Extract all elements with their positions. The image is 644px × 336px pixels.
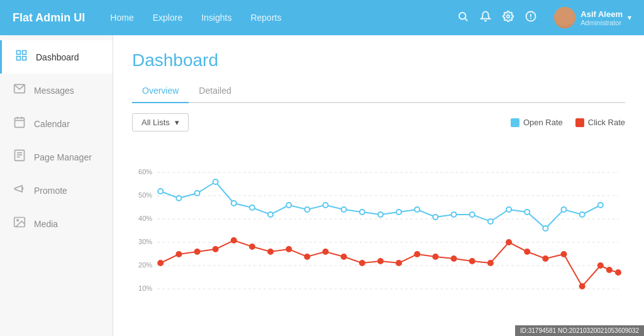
open-rate-label: Open Rate xyxy=(523,118,563,127)
svg-point-20 xyxy=(17,220,18,221)
tab-detailed[interactable]: Detailed xyxy=(189,81,241,103)
dropdown-label: All Lists xyxy=(142,118,170,127)
svg-rect-6 xyxy=(17,51,21,55)
open-rate-dot xyxy=(304,207,309,212)
sidebar-item-promote[interactable]: Promote xyxy=(0,174,113,207)
click-rate-dot xyxy=(378,259,383,264)
click-rate-dot xyxy=(268,249,273,254)
page-title: Dashboard xyxy=(132,50,625,70)
click-rate-label: Click Rate xyxy=(588,118,625,127)
nav-explore[interactable]: Explore xyxy=(153,13,182,23)
dropdown-arrow-icon: ▾ xyxy=(175,118,179,127)
search-icon[interactable] xyxy=(457,11,469,25)
open-rate-dot xyxy=(195,191,200,196)
svg-text:40%: 40% xyxy=(138,215,152,222)
click-rate-dot xyxy=(396,260,401,266)
click-rate-dot xyxy=(231,238,236,243)
svg-point-2 xyxy=(507,14,510,18)
nav-insights[interactable]: Insights xyxy=(201,13,231,23)
open-rate-dot xyxy=(323,203,328,208)
nav-home[interactable]: Home xyxy=(110,13,133,23)
sidebar-label-media: Media xyxy=(34,219,58,229)
click-rate-dot xyxy=(525,249,530,254)
open-rate-dot xyxy=(378,212,383,217)
click-rate-dot xyxy=(341,254,347,259)
click-rate-dot xyxy=(304,254,309,259)
bell-icon[interactable] xyxy=(480,11,491,25)
click-rate-dot xyxy=(543,256,548,261)
svg-rect-8 xyxy=(17,57,21,60)
click-rate-dot xyxy=(323,249,328,254)
sidebar-item-page-manager[interactable]: Page Manager xyxy=(0,140,113,174)
sidebar-item-dashboard[interactable]: Dashboard xyxy=(0,40,113,74)
click-rate-dot xyxy=(575,118,584,127)
open-rate-dot xyxy=(158,189,163,194)
legend-click-rate: Click Rate xyxy=(575,118,625,127)
dashboard-icon xyxy=(14,49,28,65)
messages-icon xyxy=(13,82,26,98)
sidebar-label-messages: Messages xyxy=(34,86,74,96)
svg-text:60%: 60% xyxy=(138,168,152,176)
click-rate-dot xyxy=(250,244,255,249)
gear-icon[interactable] xyxy=(502,11,514,25)
svg-text:10%: 10% xyxy=(138,284,152,292)
open-rate-dot xyxy=(561,207,566,212)
tabs: Overview Detailed xyxy=(132,81,625,103)
open-rate-dot xyxy=(488,219,493,224)
user-area[interactable]: Asif Aleem Administrator ▾ xyxy=(554,7,631,28)
open-rate-dot xyxy=(341,207,347,212)
sidebar-item-calendar[interactable]: Calendar xyxy=(0,107,113,140)
click-rate-dot xyxy=(470,259,475,264)
click-rate-dot xyxy=(506,240,511,245)
sidebar-item-media[interactable]: Media xyxy=(0,207,113,240)
click-rate-dot xyxy=(580,284,585,289)
user-role: Administrator xyxy=(580,19,623,26)
open-rate-dot xyxy=(286,203,291,208)
open-rate-dot xyxy=(250,205,255,210)
open-rate-dot xyxy=(176,196,181,201)
watermark: ID:31794581 NO:20210320021053609032 xyxy=(515,325,644,336)
sidebar-label-page-manager: Page Manager xyxy=(34,152,92,162)
click-rate-dot xyxy=(158,260,163,266)
click-rate-dot xyxy=(286,247,291,252)
avatar xyxy=(554,7,575,28)
click-rate-dot xyxy=(195,249,200,254)
sidebar-label-calendar: Calendar xyxy=(34,119,70,129)
open-rate-dot xyxy=(433,215,438,220)
promote-icon xyxy=(13,182,26,198)
svg-text:20%: 20% xyxy=(138,261,152,269)
sidebar-label-dashboard: Dashboard xyxy=(36,52,79,62)
sidebar-label-promote: Promote xyxy=(34,186,67,196)
info-icon[interactable] xyxy=(525,11,536,25)
click-rate-dot xyxy=(360,260,365,266)
calendar-icon xyxy=(13,116,26,132)
open-rate-dot xyxy=(598,203,603,208)
click-rate-dot xyxy=(213,247,218,252)
sidebar-item-messages[interactable]: Messages xyxy=(0,74,113,107)
chart-svg: 60% 50% 40% 30% 20% 10% xyxy=(132,144,625,308)
click-rate-dot xyxy=(176,252,181,257)
main-layout: Dashboard Messages Calendar xyxy=(0,35,644,336)
click-rate-dot xyxy=(616,270,621,275)
page-manager-icon xyxy=(13,149,26,165)
open-rate-line xyxy=(160,182,601,228)
open-rate-dot xyxy=(213,179,218,184)
brand: Flat Admin UI xyxy=(13,11,85,25)
click-rate-dot xyxy=(452,256,457,261)
nav-reports[interactable]: Reports xyxy=(250,13,281,23)
tab-overview[interactable]: Overview xyxy=(132,81,189,103)
open-rate-dot xyxy=(452,212,457,217)
click-rate-dot xyxy=(414,252,419,257)
legend-open-rate: Open Rate xyxy=(511,118,563,127)
media-icon xyxy=(13,216,26,232)
open-rate-dot xyxy=(414,207,419,212)
chevron-down-icon: ▾ xyxy=(628,13,631,22)
click-rate-line xyxy=(160,240,618,286)
all-lists-dropdown[interactable]: All Lists ▾ xyxy=(132,113,189,132)
open-rate-dot xyxy=(543,226,548,231)
svg-text:30%: 30% xyxy=(138,238,152,245)
open-rate-dot xyxy=(506,207,511,212)
open-rate-dot xyxy=(511,118,519,127)
svg-rect-11 xyxy=(15,118,25,127)
open-rate-dot xyxy=(580,212,585,217)
